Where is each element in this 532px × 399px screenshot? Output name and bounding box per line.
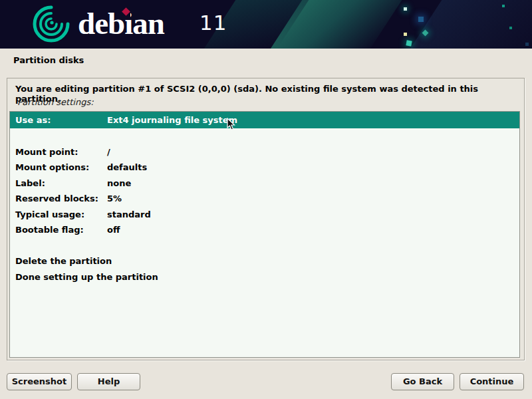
page-title: Partition disks: [13, 55, 84, 65]
header-decoration-square: [418, 17, 424, 22]
list-item-spacer[interactable]: [10, 238, 519, 254]
row-label: Delete the partition: [15, 253, 112, 269]
partition-settings-list: Use as: Ext4 journaling file system Moun…: [9, 111, 520, 358]
header-decoration-band: [405, 0, 532, 49]
version-number: 11: [200, 11, 227, 35]
row-label: Mount options:: [15, 160, 89, 176]
installer-screen: debian 11 Partition disks You are editin…: [0, 0, 532, 399]
row-label: Typical usage:: [15, 207, 84, 223]
brand-wordmark: debian: [78, 5, 164, 41]
list-item-mount-options[interactable]: Mount options: defaults: [10, 160, 519, 176]
list-item-done-setting-up[interactable]: Done setting up the partition: [10, 269, 519, 285]
header-decoration-square: [404, 7, 407, 11]
row-label: Reserved blocks:: [15, 191, 98, 207]
row-value: standard: [107, 207, 151, 223]
row-label: Bootable flag:: [15, 222, 84, 238]
row-value: 5%: [107, 191, 122, 207]
row-value: /: [107, 144, 110, 160]
list-item-typical-usage[interactable]: Typical usage: standard: [10, 207, 519, 223]
header-decoration-square: [406, 40, 412, 46]
list-item-label[interactable]: Label: none: [10, 176, 519, 192]
row-label: Done setting up the partition: [15, 269, 158, 285]
content-frame: You are editing partition #1 of SCSI2 (0…: [7, 78, 525, 360]
row-label: Mount point:: [15, 144, 78, 160]
row-value: off: [107, 222, 120, 238]
list-item-spacer[interactable]: [10, 128, 519, 144]
row-value: none: [107, 176, 131, 192]
go-back-button[interactable]: Go Back: [391, 373, 454, 390]
list-item-delete-partition[interactable]: Delete the partition: [10, 253, 519, 269]
mouse-cursor: [227, 118, 235, 131]
list-item-reserved-blocks[interactable]: Reserved blocks: 5%: [10, 191, 519, 207]
help-button[interactable]: Help: [77, 373, 140, 390]
list-item-use-as[interactable]: Use as: Ext4 journaling file system: [10, 112, 519, 128]
screenshot-button[interactable]: Screenshot: [7, 373, 72, 390]
row-value: Ext4 journaling file system: [107, 112, 237, 128]
continue-button[interactable]: Continue: [460, 373, 524, 390]
list-item-bootable-flag[interactable]: Bootable flag: off: [10, 222, 519, 238]
header-decoration-square: [502, 5, 505, 7]
list-item-mount-point[interactable]: Mount point: /: [10, 144, 519, 160]
header-banner: debian 11: [0, 0, 532, 49]
row-value: defaults: [107, 160, 147, 176]
partition-settings-label: Partition settings:: [17, 97, 94, 107]
header-decoration-square: [404, 33, 407, 36]
header-decoration-square: [525, 43, 529, 46]
row-label: Use as:: [15, 112, 51, 128]
row-label: Label:: [15, 176, 45, 192]
header-decoration-square: [509, 27, 512, 29]
debian-swirl-logo: [31, 3, 72, 45]
